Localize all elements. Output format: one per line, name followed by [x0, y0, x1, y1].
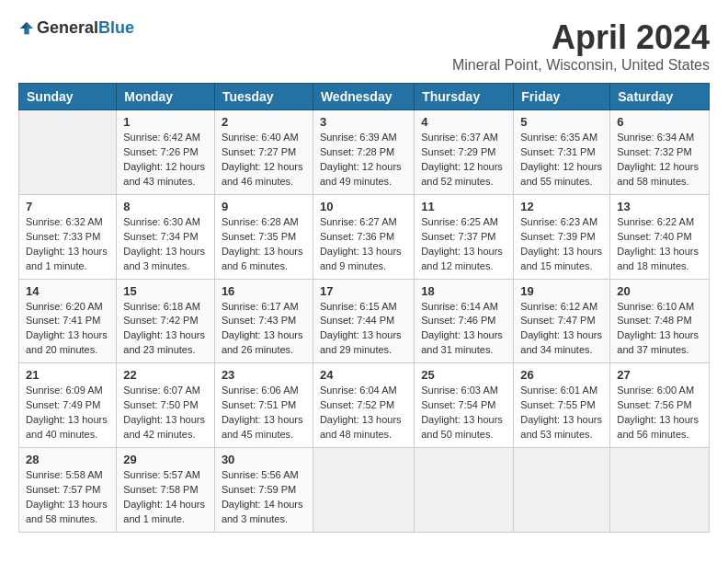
day-number: 12	[520, 200, 603, 213]
cell-line: Daylight: 13 hours	[123, 328, 208, 343]
cell-line: Daylight: 13 hours	[421, 328, 506, 343]
cell-line: Daylight: 13 hours	[26, 328, 109, 343]
day-number: 18	[421, 284, 506, 298]
cell-content: Sunrise: 6:39 AMSunset: 7:28 PMDaylight:…	[320, 131, 407, 190]
cell-line: Sunrise: 6:00 AM	[617, 384, 702, 398]
calendar-week-5: 28Sunrise: 5:58 AMSunset: 7:57 PMDayligh…	[19, 448, 710, 533]
cell-line: and 31 minutes.	[421, 343, 506, 358]
cell-content: Sunrise: 6:03 AMSunset: 7:54 PMDaylight:…	[421, 384, 506, 442]
cell-line: and 48 minutes.	[320, 428, 407, 442]
cell-line: Daylight: 13 hours	[320, 328, 407, 343]
cell-line: Sunset: 7:51 PM	[222, 398, 306, 413]
logo-general: General	[37, 18, 98, 38]
day-number: 2	[222, 115, 306, 129]
cell-line: Sunrise: 6:04 AM	[320, 384, 407, 398]
cell-line: and 1 minute.	[123, 512, 208, 527]
day-number: 4	[421, 115, 506, 129]
cell-line: Daylight: 13 hours	[617, 328, 702, 343]
svg-rect-2	[24, 29, 28, 34]
cell-line: Sunset: 7:36 PM	[320, 230, 407, 245]
calendar-cell: 2Sunrise: 6:40 AMSunset: 7:27 PMDaylight…	[214, 110, 313, 195]
cell-line: and 23 minutes.	[123, 343, 208, 358]
day-header-wednesday: Wednesday	[313, 84, 414, 110]
day-number: 6	[617, 115, 702, 129]
cell-line: Sunrise: 6:01 AM	[520, 384, 603, 398]
cell-line: Sunrise: 6:07 AM	[123, 384, 208, 398]
calendar-cell: 13Sunrise: 6:22 AMSunset: 7:40 PMDayligh…	[610, 194, 710, 279]
cell-line: Daylight: 13 hours	[520, 245, 603, 259]
cell-line: Sunrise: 6:15 AM	[320, 300, 407, 315]
calendar-cell: 18Sunrise: 6:14 AMSunset: 7:46 PMDayligh…	[415, 279, 514, 363]
cell-line: Sunset: 7:40 PM	[617, 230, 702, 245]
cell-content: Sunrise: 6:14 AMSunset: 7:46 PMDaylight:…	[421, 300, 506, 359]
cell-line: Sunset: 7:56 PM	[617, 398, 702, 413]
cell-content: Sunrise: 6:27 AMSunset: 7:36 PMDaylight:…	[320, 215, 407, 274]
cell-line: Sunset: 7:58 PM	[123, 483, 208, 498]
calendar-cell	[415, 448, 514, 533]
calendar-cell: 8Sunrise: 6:30 AMSunset: 7:34 PMDaylight…	[117, 194, 215, 279]
cell-line: Daylight: 13 hours	[222, 328, 306, 343]
cell-content: Sunrise: 6:40 AMSunset: 7:27 PMDaylight:…	[222, 131, 306, 190]
svg-marker-0	[27, 21, 33, 28]
cell-line: Daylight: 13 hours	[222, 245, 306, 259]
cell-line: Sunrise: 6:34 AM	[617, 131, 702, 145]
cell-line: Sunset: 7:26 PM	[123, 145, 208, 160]
cell-line: and 56 minutes.	[617, 428, 702, 442]
day-header-tuesday: Tuesday	[214, 84, 313, 110]
day-header-saturday: Saturday	[610, 84, 710, 110]
calendar-week-4: 21Sunrise: 6:09 AMSunset: 7:49 PMDayligh…	[19, 363, 710, 448]
day-number: 8	[123, 200, 208, 213]
cell-line: Daylight: 13 hours	[421, 245, 506, 259]
day-number: 21	[26, 368, 109, 382]
cell-line: Sunset: 7:59 PM	[222, 483, 306, 498]
cell-line: Daylight: 12 hours	[520, 160, 603, 175]
cell-line: Sunset: 7:43 PM	[222, 314, 306, 328]
calendar-cell: 16Sunrise: 6:17 AMSunset: 7:43 PMDayligh…	[214, 279, 313, 363]
cell-line: Sunrise: 6:35 AM	[520, 131, 603, 145]
svg-marker-1	[20, 21, 27, 28]
cell-line: and 53 minutes.	[520, 428, 603, 442]
cell-line: and 55 minutes.	[520, 175, 603, 190]
cell-line: Sunset: 7:35 PM	[222, 230, 306, 245]
cell-line: Sunrise: 6:20 AM	[26, 300, 109, 315]
cell-line: Daylight: 12 hours	[617, 160, 702, 175]
cell-line: Sunrise: 6:12 AM	[520, 300, 603, 315]
calendar-cell: 23Sunrise: 6:06 AMSunset: 7:51 PMDayligh…	[214, 363, 313, 448]
cell-line: Sunset: 7:44 PM	[320, 314, 407, 328]
cell-line: Daylight: 13 hours	[26, 245, 109, 259]
day-number: 11	[421, 200, 506, 213]
cell-line: Sunrise: 6:42 AM	[123, 131, 208, 145]
cell-line: Sunset: 7:27 PM	[222, 145, 306, 160]
cell-line: Sunrise: 5:56 AM	[222, 468, 306, 483]
day-number: 27	[617, 368, 702, 382]
calendar-cell: 28Sunrise: 5:58 AMSunset: 7:57 PMDayligh…	[19, 448, 117, 533]
cell-line: and 58 minutes.	[26, 512, 109, 527]
calendar-cell: 7Sunrise: 6:32 AMSunset: 7:33 PMDaylight…	[19, 194, 117, 279]
cell-line: Sunrise: 6:37 AM	[421, 131, 506, 145]
day-header-sunday: Sunday	[19, 84, 117, 110]
day-number: 13	[617, 200, 702, 213]
day-number: 25	[421, 368, 506, 382]
calendar-cell: 27Sunrise: 6:00 AMSunset: 7:56 PMDayligh…	[610, 363, 710, 448]
cell-line: Sunrise: 6:03 AM	[421, 384, 506, 398]
location-title: Mineral Point, Wisconsin, United States	[452, 57, 710, 74]
day-number: 5	[520, 115, 603, 129]
day-number: 7	[26, 200, 109, 213]
cell-line: Sunrise: 6:09 AM	[26, 384, 109, 398]
cell-line: Sunset: 7:48 PM	[617, 314, 702, 328]
calendar-cell: 14Sunrise: 6:20 AMSunset: 7:41 PMDayligh…	[19, 279, 117, 363]
calendar-cell	[313, 448, 414, 533]
cell-content: Sunrise: 6:23 AMSunset: 7:39 PMDaylight:…	[520, 215, 603, 274]
cell-line: Sunset: 7:54 PM	[421, 398, 506, 413]
day-number: 24	[320, 368, 407, 382]
cell-line: Sunset: 7:32 PM	[617, 145, 702, 160]
page-header: GeneralBlue April 2024 Mineral Point, Wi…	[18, 18, 710, 74]
cell-line: Sunrise: 6:18 AM	[123, 300, 208, 315]
cell-line: Sunset: 7:28 PM	[320, 145, 407, 160]
day-number: 15	[123, 284, 208, 298]
day-number: 20	[617, 284, 702, 298]
day-number: 23	[222, 368, 306, 382]
cell-line: Sunset: 7:46 PM	[421, 314, 506, 328]
cell-line: Sunrise: 6:17 AM	[222, 300, 306, 315]
logo-blue: Blue	[98, 18, 134, 38]
